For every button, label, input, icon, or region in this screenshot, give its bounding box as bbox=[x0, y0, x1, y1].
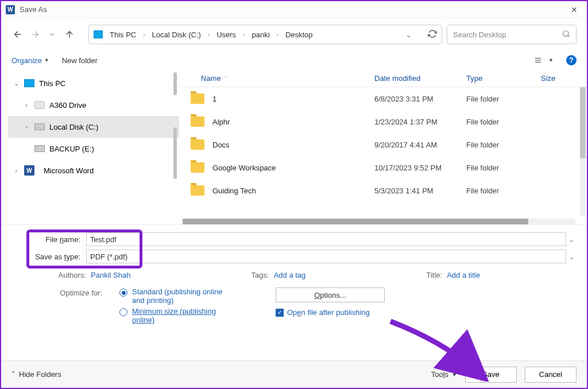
optimize-label: Optimize for: bbox=[11, 287, 102, 326]
folder-tree: ⌄ This PC › A360 Drive › Local Disk (C:)… bbox=[1, 70, 179, 224]
horizontal-scrollbar[interactable] bbox=[183, 219, 575, 224]
file-type: File folder bbox=[466, 164, 541, 172]
up-button[interactable] bbox=[63, 28, 76, 41]
tree-label: Microsoft Word bbox=[44, 166, 94, 175]
hide-folders-button[interactable]: ˄ Hide Folders bbox=[11, 370, 61, 379]
tree-item-thispc[interactable]: ⌄ This PC bbox=[8, 72, 179, 94]
scrollbar-thumb[interactable] bbox=[183, 219, 528, 224]
word-icon: W bbox=[6, 5, 15, 14]
save-form: File name: Test.pdf ⌄ Save as type: PDF … bbox=[1, 225, 587, 332]
file-name: Docs bbox=[212, 141, 230, 149]
savetype-label: Save as type: bbox=[11, 252, 86, 261]
file-row[interactable]: Alphr1/23/2024 1:37 PMFile folder bbox=[179, 110, 587, 133]
tree-item-backup[interactable]: BACKUP (E:) bbox=[8, 138, 179, 160]
title-value[interactable]: Add a title bbox=[447, 271, 480, 279]
file-date: 1/23/2024 1:37 PM bbox=[374, 118, 466, 126]
options-button[interactable]: Options... bbox=[276, 287, 385, 302]
tree-item-word[interactable]: › W Microsoft Word bbox=[8, 160, 179, 181]
chevron-right-icon[interactable]: › bbox=[13, 167, 20, 174]
open-after-checkbox[interactable]: ✓ Open file after publishing bbox=[276, 308, 385, 317]
navigation-bar: This PC › Local Disk (C:) › Users › pank… bbox=[1, 18, 587, 50]
back-button[interactable] bbox=[11, 28, 24, 41]
chevron-down-icon[interactable]: ⌄ bbox=[566, 235, 577, 244]
tree-label: BACKUP (E:) bbox=[49, 145, 94, 153]
radio-minimum[interactable]: Minimum size (publishing online) bbox=[119, 307, 224, 324]
file-row[interactable]: 16/8/2023 3:31 PMFile folder bbox=[179, 87, 587, 110]
vertical-scrollbar[interactable] bbox=[580, 87, 586, 216]
window-title: Save As bbox=[20, 5, 566, 14]
chevron-right-icon[interactable]: › bbox=[23, 123, 30, 130]
search-icon bbox=[562, 30, 570, 40]
file-row[interactable]: Docs9/20/2017 4:41 AMFile folder bbox=[179, 133, 587, 156]
save-button[interactable]: Save bbox=[465, 367, 517, 383]
scrollbar-thumb[interactable] bbox=[580, 87, 586, 158]
organize-button[interactable]: Organize ▼ bbox=[11, 56, 49, 65]
col-date[interactable]: Date modified bbox=[374, 74, 466, 83]
folder-icon bbox=[191, 139, 204, 150]
hide-folders-label: Hide Folders bbox=[19, 370, 61, 379]
pc-icon bbox=[94, 30, 103, 38]
radio-icon bbox=[119, 308, 127, 316]
word-icon: W bbox=[24, 165, 34, 176]
refresh-icon[interactable] bbox=[428, 29, 437, 40]
chevron-down-icon[interactable]: ⌄ bbox=[13, 80, 20, 87]
chevron-right-icon: › bbox=[277, 32, 278, 38]
tree-item-a360[interactable]: › A360 Drive bbox=[8, 94, 179, 116]
chevron-right-icon: › bbox=[143, 32, 145, 38]
scrollbar-thumb[interactable] bbox=[173, 72, 177, 95]
view-mode[interactable]: ▼ bbox=[533, 56, 554, 64]
file-row[interactable]: Guiding Tech5/3/2023 1:41 PMFile folder bbox=[179, 179, 587, 202]
chevron-right-icon[interactable]: › bbox=[23, 102, 30, 108]
chevron-up-icon: ˄ bbox=[11, 370, 16, 379]
address-bar[interactable]: This PC › Local Disk (C:) › Users › pank… bbox=[88, 25, 442, 44]
file-date: 6/8/2023 3:31 PM bbox=[374, 95, 466, 103]
help-icon[interactable]: ? bbox=[566, 55, 577, 65]
file-type: File folder bbox=[466, 141, 541, 149]
titlebar: W Save As ✕ bbox=[1, 1, 587, 18]
toolbar: Organize ▼ New folder ▼ ? bbox=[1, 50, 587, 70]
chevron-down-icon: ▼ bbox=[548, 57, 554, 63]
scrollbar-thumb[interactable] bbox=[173, 127, 177, 179]
radio-standard[interactable]: Standard (publishing online and printing… bbox=[119, 287, 224, 305]
breadcrumb[interactable]: Desktop bbox=[283, 30, 315, 39]
pc-icon bbox=[24, 79, 34, 87]
breadcrumb[interactable]: panki bbox=[249, 30, 272, 39]
filename-label: File name: bbox=[11, 235, 86, 244]
new-folder-button[interactable]: New folder bbox=[62, 56, 98, 65]
forward-button[interactable] bbox=[29, 28, 41, 41]
filename-input[interactable]: Test.pdf bbox=[86, 232, 566, 246]
authors-value[interactable]: Pankil Shah bbox=[91, 271, 130, 279]
chevron-down-icon[interactable]: ⌄ bbox=[405, 30, 412, 39]
chevron-down-icon: ▼ bbox=[452, 372, 457, 378]
col-type[interactable]: Type bbox=[466, 74, 541, 83]
breadcrumb[interactable]: Local Disk (C:) bbox=[150, 30, 203, 39]
cancel-button[interactable]: Cancel bbox=[525, 367, 577, 383]
file-name: 1 bbox=[212, 95, 216, 103]
file-name: Guiding Tech bbox=[212, 186, 256, 195]
file-name: Alphr bbox=[212, 118, 230, 126]
tools-dropdown[interactable]: Tools ▼ bbox=[431, 370, 457, 379]
bottom-bar: ˄ Hide Folders Tools ▼ Save Cancel bbox=[1, 360, 587, 388]
organize-label: Organize bbox=[11, 56, 42, 65]
savetype-select[interactable]: PDF (*.pdf) bbox=[86, 250, 566, 263]
col-size[interactable]: Size bbox=[541, 74, 575, 83]
folder-icon bbox=[191, 162, 204, 173]
svg-point-0 bbox=[563, 30, 568, 36]
file-date: 9/20/2017 4:41 AM bbox=[374, 141, 466, 149]
tree-label: A360 Drive bbox=[49, 101, 86, 110]
breadcrumb[interactable]: This PC bbox=[107, 30, 138, 39]
tags-value[interactable]: Add a tag bbox=[274, 271, 306, 279]
cloud-drive-icon bbox=[34, 101, 45, 109]
breadcrumb[interactable]: Users bbox=[214, 30, 238, 39]
col-name[interactable]: Name bbox=[201, 74, 221, 83]
tags-label: Tags: bbox=[252, 271, 269, 279]
tree-item-localdisk[interactable]: › Local Disk (C:) bbox=[8, 116, 179, 138]
close-icon[interactable]: ✕ bbox=[566, 3, 582, 17]
folder-icon bbox=[191, 116, 204, 127]
radio-label: Minimum size (publishing online) bbox=[132, 307, 224, 324]
recent-dropdown[interactable] bbox=[46, 28, 59, 41]
search-input[interactable]: Search Desktop bbox=[447, 25, 577, 44]
chevron-down-icon[interactable]: ⌄ bbox=[566, 252, 577, 261]
file-name: Google Workspace bbox=[212, 164, 276, 172]
file-row[interactable]: Google Workspace10/17/2023 9:52 PMFile f… bbox=[179, 156, 587, 179]
